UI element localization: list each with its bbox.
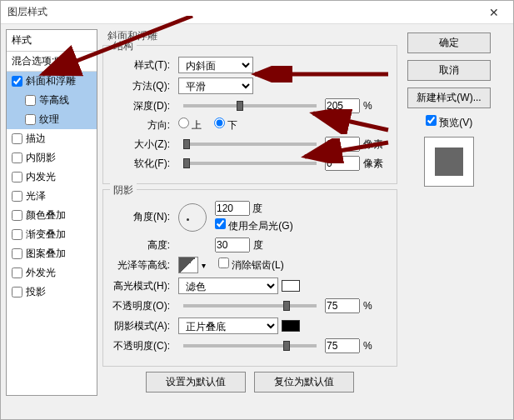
structure-legend: 结构 [110, 39, 137, 53]
method-select[interactable]: 平滑 [178, 78, 253, 94]
dir-down[interactable]: 下 [214, 118, 237, 132]
highlight-opacity-slider[interactable] [183, 304, 317, 308]
size-unit: 像素 [363, 138, 388, 152]
highlight-mode-label: 高光模式(H): [112, 279, 170, 293]
soften-label: 软化(F): [112, 157, 170, 171]
structure-group: 结构 样式(T): 内斜面 方法(Q): 平滑 深度(D): % 方向: [102, 45, 397, 184]
size-slider[interactable] [183, 142, 317, 146]
shading-group: 阴影 角度(N): 度 使用全局光(G) 高度: 度 光泽等高线: [102, 189, 397, 367]
styles-header: 样式 [7, 30, 97, 52]
soften-unit: 像素 [363, 157, 388, 171]
shadow-opacity-slider[interactable] [183, 344, 317, 348]
shadow-color[interactable] [282, 320, 300, 332]
size-input[interactable] [325, 137, 360, 152]
depth-unit: % [363, 100, 388, 112]
altitude-input[interactable] [215, 238, 250, 252]
highlight-opacity-label: 不透明度(O): [112, 299, 170, 313]
new-style-button[interactable]: 新建样式(W)... [407, 88, 491, 108]
angle-unit: 度 [252, 202, 262, 214]
cancel-button[interactable]: 取消 [407, 60, 491, 81]
altitude-unit: 度 [253, 238, 263, 252]
shadow-opacity-input[interactable] [325, 338, 360, 353]
style-item-颜色叠加[interactable]: 颜色叠加 [7, 206, 97, 225]
size-label: 大小(Z): [112, 138, 170, 152]
blend-options[interactable]: 混合选项:默认 [7, 52, 97, 72]
ok-button[interactable]: 确定 [407, 32, 491, 53]
style-select[interactable]: 内斜面 [178, 57, 253, 73]
highlight-mode-select[interactable]: 滤色 [178, 278, 278, 294]
set-default-button[interactable]: 设置为默认值 [146, 372, 246, 392]
gloss-label: 光泽等高线: [112, 258, 170, 272]
style-item-等高线[interactable]: 等高线 [7, 91, 97, 110]
close-icon[interactable]: ✕ [482, 6, 507, 19]
dir-up[interactable]: 上 [178, 118, 202, 132]
style-item-外发光[interactable]: 外发光 [7, 263, 97, 282]
soften-input[interactable] [325, 156, 360, 171]
sh-op-unit: % [363, 340, 388, 352]
angle-label: 角度(N): [112, 210, 170, 224]
shading-legend: 阴影 [110, 183, 137, 198]
style-item-纹理[interactable]: 纹理 [7, 110, 97, 129]
style-item-内发光[interactable]: 内发光 [7, 168, 97, 187]
direction-label: 方向: [112, 118, 170, 132]
style-item-投影[interactable]: 投影 [7, 282, 97, 302]
style-item-图案叠加[interactable]: 图案叠加 [7, 244, 97, 263]
angle-dial[interactable] [178, 203, 207, 232]
window-title: 图层样式 [7, 5, 47, 19]
altitude-label: 高度: [112, 238, 170, 252]
depth-slider[interactable] [183, 104, 317, 108]
antialias-check[interactable]: 消除锯齿(L) [218, 258, 284, 272]
style-item-光泽[interactable]: 光泽 [7, 187, 97, 206]
preview-box [424, 137, 474, 187]
gloss-contour[interactable] [178, 257, 198, 273]
depth-input[interactable] [325, 98, 360, 113]
global-light-check[interactable]: 使用全局光(G) [215, 218, 293, 233]
style-item-内阴影[interactable]: 内阴影 [7, 148, 97, 168]
hi-op-unit: % [363, 300, 388, 312]
highlight-color[interactable] [282, 280, 300, 292]
style-item-渐变叠加[interactable]: 渐变叠加 [7, 225, 97, 244]
depth-label: 深度(D): [112, 99, 170, 113]
reset-default-button[interactable]: 复位为默认值 [254, 372, 354, 392]
style-item-描边[interactable]: 描边 [7, 129, 97, 148]
shadow-opacity-label: 不透明度(C): [112, 339, 170, 353]
style-label: 样式(T): [112, 58, 170, 72]
method-label: 方法(Q): [112, 79, 170, 93]
highlight-opacity-input[interactable] [325, 298, 360, 313]
angle-input[interactable] [215, 201, 250, 216]
shadow-mode-select[interactable]: 正片叠底 [178, 318, 278, 334]
style-item-斜面和浮雕[interactable]: 斜面和浮雕 [7, 72, 97, 91]
preview-check[interactable]: 预览(V) [426, 115, 472, 130]
panel-title: 斜面和浮雕 [102, 29, 397, 45]
shadow-mode-label: 阴影模式(A): [112, 319, 170, 333]
styles-list: 样式 混合选项:默认 斜面和浮雕等高线纹理描边内阴影内发光光泽颜色叠加渐变叠加图… [6, 29, 97, 396]
soften-slider[interactable] [183, 162, 317, 165]
